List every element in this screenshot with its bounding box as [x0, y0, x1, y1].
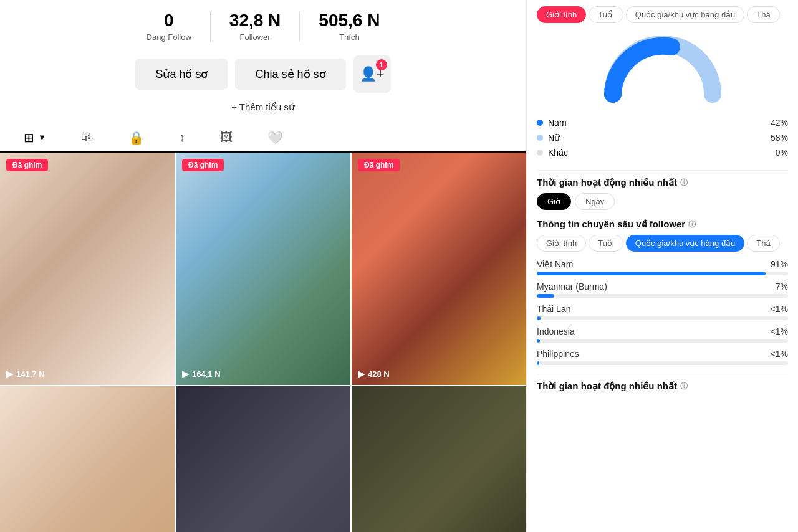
tab-collab[interactable]: 🖼 — [203, 125, 250, 152]
tab-liked[interactable]: 🤍 — [250, 125, 300, 153]
follower-title-text: Thông tin chuyên sâu về follower — [537, 219, 685, 230]
time-tab[interactable]: Giờ — [537, 193, 571, 210]
progress-bar-fill — [537, 339, 540, 343]
legend-item: Nam 42% — [537, 115, 788, 130]
country-name: Việt Nam — [537, 259, 574, 269]
country-item: Thái Lan <1% — [537, 304, 788, 320]
video-thumbnail[interactable] — [0, 386, 175, 532]
pinned-badge: Đã ghim — [182, 159, 224, 171]
tab-shop[interactable]: 🛍 — [64, 125, 111, 152]
content-tabs: ⊞ ▼ 🛍 🔒 ↕️ 🖼 🤍 — [0, 121, 526, 153]
follower-tab[interactable]: Giới tính — [537, 235, 586, 252]
country-pct: <1% — [771, 304, 788, 314]
country-pct: <1% — [771, 326, 788, 336]
pinned-badge: Đã ghim — [6, 159, 48, 171]
video-thumbnail[interactable] — [176, 386, 350, 532]
divider-1 — [537, 170, 788, 171]
video-thumbnail[interactable]: Đã ghim▶164,1 N — [176, 153, 350, 385]
chevron-down-icon: ▼ — [38, 133, 46, 142]
donut-svg — [600, 32, 725, 107]
follower-label: Follower — [229, 32, 281, 42]
like-count: 505,6 N — [319, 11, 380, 31]
follower-info-icon[interactable]: ⓘ — [688, 219, 696, 230]
buttons-row: Sửa hồ sơ Chia sẻ hồ sơ 👤+ 1 — [0, 48, 526, 97]
progress-bar-bg — [537, 316, 788, 320]
activity2-info-icon[interactable]: ⓘ — [680, 381, 688, 392]
following-label: Đang Follow — [147, 32, 191, 42]
add-bio-button[interactable]: + Thêm tiểu sử — [231, 102, 295, 113]
follower-section-title: Thông tin chuyên sâu về follower ⓘ — [537, 219, 788, 230]
progress-bar-fill — [537, 272, 766, 275]
collab-icon: 🖼 — [220, 130, 233, 145]
activity2-section-title: Thời gian hoạt động nhiều nhất ⓘ — [537, 381, 788, 392]
edit-profile-button[interactable]: Sửa hồ sơ — [135, 59, 228, 90]
shop-icon: 🛍 — [81, 130, 94, 145]
legend-pct: 0% — [776, 148, 788, 158]
progress-bar-bg — [537, 361, 788, 365]
activity-section-title: Thời gian hoạt động nhiều nhất ⓘ — [537, 177, 788, 188]
follower-section: Thông tin chuyên sâu về follower ⓘ Giới … — [537, 219, 788, 365]
pinned-badge: Đã ghim — [358, 159, 400, 171]
country-name: Indonesia — [537, 326, 575, 336]
divider-2 — [537, 374, 788, 374]
legend-label: Nam — [548, 118, 567, 128]
legend-label: Khác — [548, 148, 568, 158]
posts-icon: ⊞ — [24, 130, 34, 145]
tab-locked[interactable]: 🔒 — [111, 125, 161, 153]
activity2-title-text: Thời gian hoạt động nhiều nhất — [537, 381, 677, 392]
country-item: Indonesia <1% — [537, 326, 788, 343]
follower-tab[interactable]: Quốc gia/khu vực hàng đầu — [626, 235, 745, 252]
play-icon: ▶ — [182, 369, 189, 379]
follower-count: 32,8 N — [229, 11, 281, 31]
progress-bar-fill — [537, 294, 554, 298]
gender-tab[interactable]: Quốc gia/khu vực hàng đầu — [626, 6, 745, 23]
legend-label: Nữ — [548, 133, 560, 143]
right-panel: Giới tínhTuổiQuốc gia/khu vực hàng đầuTh… — [527, 0, 798, 532]
progress-bar-fill — [537, 361, 539, 365]
video-thumbnail[interactable] — [352, 386, 526, 532]
play-count: ▶164,1 N — [182, 369, 221, 379]
legend-dot — [537, 135, 543, 141]
like-label: Thích — [319, 32, 380, 42]
tab-posts[interactable]: ⊞ ▼ — [6, 125, 64, 153]
share-profile-button[interactable]: Chia sẻ hồ sơ — [235, 59, 345, 90]
gender-tabs: Giới tínhTuổiQuốc gia/khu vực hàng đầuTh… — [537, 6, 788, 23]
legend-dot — [537, 150, 543, 156]
progress-bar-bg — [537, 294, 788, 298]
add-user-button[interactable]: 👤+ 1 — [353, 55, 391, 93]
video-thumbnail[interactable]: Đã ghim▶141,7 N — [0, 153, 175, 385]
follower-tab[interactable]: Thá — [747, 235, 779, 252]
country-pct: <1% — [771, 349, 788, 359]
repost-icon: ↕️ — [179, 130, 185, 145]
country-item: Việt Nam 91% — [537, 259, 788, 275]
time-tabs: GiờNgày — [537, 193, 788, 210]
gender-legend: Nam 42% Nữ 58% Khác 0% — [537, 115, 788, 160]
gender-tab[interactable]: Giới tính — [537, 6, 586, 23]
tab-repost[interactable]: ↕️ — [161, 125, 203, 152]
gender-tab[interactable]: Thá — [747, 6, 779, 23]
follower-tab[interactable]: Tuổi — [589, 235, 623, 252]
country-pct: 7% — [776, 282, 788, 292]
video-thumbnail[interactable]: Đã ghim▶428 N — [352, 153, 526, 385]
stat-followers: 32,8 N Follower — [210, 11, 300, 42]
legend-item: Nữ 58% — [537, 130, 788, 145]
stat-likes: 505,6 N Thích — [299, 11, 398, 42]
country-name: Myanmar (Burma) — [537, 282, 607, 292]
notification-badge: 1 — [376, 59, 387, 70]
progress-bar-fill — [537, 316, 541, 320]
lock-icon: 🔒 — [128, 130, 144, 145]
follower-tabs: Giới tínhTuổiQuốc gia/khu vực hàng đầuTh… — [537, 235, 788, 252]
video-grid: Đã ghim▶141,7 NĐã ghim▶164,1 NĐã ghim▶42… — [0, 153, 526, 532]
liked-icon: 🤍 — [267, 130, 283, 145]
play-count: ▶428 N — [358, 369, 390, 379]
play-count: ▶141,7 N — [6, 369, 45, 379]
country-name: Thái Lan — [537, 304, 570, 314]
left-panel: 0 Đang Follow 32,8 N Follower 505,6 N Th… — [0, 0, 527, 532]
following-count: 0 — [147, 11, 191, 31]
stats-row: 0 Đang Follow 32,8 N Follower 505,6 N Th… — [0, 0, 526, 48]
activity-info-icon[interactable]: ⓘ — [680, 178, 688, 188]
activity-title-text: Thời gian hoạt động nhiều nhất — [537, 177, 677, 188]
gender-tab[interactable]: Tuổi — [589, 6, 623, 23]
time-tab[interactable]: Ngày — [575, 193, 615, 210]
play-icon: ▶ — [6, 369, 13, 379]
